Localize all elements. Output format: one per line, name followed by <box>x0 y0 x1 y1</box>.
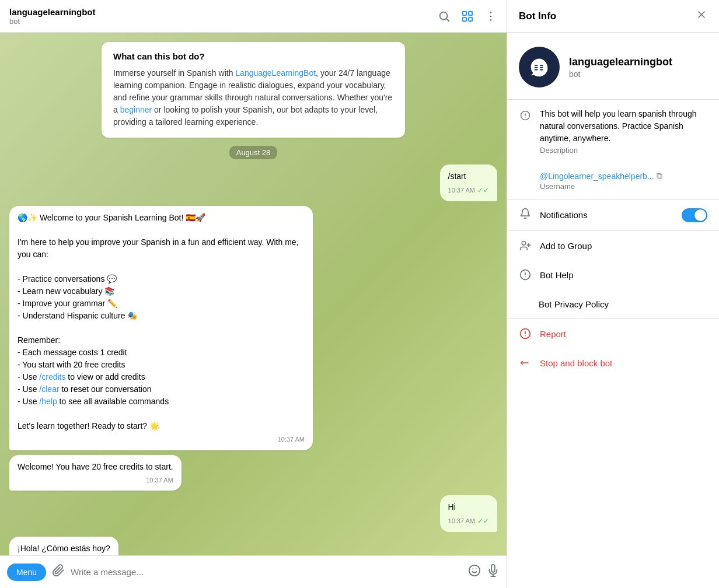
outgoing-bubble: /start 10:37 AM ✓✓ <box>440 164 497 201</box>
bot-profile: languagelearningbot bot <box>507 33 719 100</box>
help-link[interactable]: /help <box>39 397 57 406</box>
svg-rect-4 <box>463 17 466 20</box>
svg-point-9 <box>469 565 480 576</box>
actions-section: Add to Group Bot Help Bot Privacy Policy <box>507 231 719 319</box>
bell-icon <box>519 208 532 222</box>
chat-header-info: languagelearningbot bot <box>9 7 96 26</box>
message-row: 🌎✨ Welcome to your Spanish Learning Bot!… <box>9 206 497 450</box>
layout-icon[interactable] <box>461 10 474 23</box>
privacy-icon-placeholder <box>519 298 530 310</box>
message-text: 🌎✨ Welcome to your Spanish Learning Bot!… <box>18 212 305 432</box>
info-panel-header: Bot Info <box>507 0 719 33</box>
menu-button[interactable]: Menu <box>7 564 46 581</box>
chat-subtitle: bot <box>9 17 96 26</box>
chat-messages-area: What can this bot do? Immerse yourself i… <box>0 33 507 555</box>
bot-help-row[interactable]: Bot Help <box>507 260 719 289</box>
report-label: Report <box>540 329 566 339</box>
svg-point-8 <box>490 19 492 21</box>
intro-card-title: What can this bot do? <box>113 51 393 61</box>
info-description-section: This bot will help you learn spanish thr… <box>507 100 719 200</box>
message-row: ¡Hola! ¿Cómo estás hoy? 10:37 AM <box>9 537 497 555</box>
svg-point-6 <box>490 12 492 13</box>
chat-input-area: Menu <box>0 555 507 588</box>
message-time: 10:37 AM <box>448 516 475 526</box>
bot-help-icon <box>519 268 532 281</box>
message-time: 10:37 AM <box>278 435 305 444</box>
intro-card-text: Immerse yourself in Spanish with Languag… <box>113 67 393 128</box>
svg-line-1 <box>446 19 449 21</box>
username-content: @Lingolearner_speakhelperb... ⧉ Username <box>540 171 707 191</box>
bot-avatar <box>519 47 560 88</box>
message-text: Welcome! You have 20 free credits to sta… <box>18 462 173 471</box>
read-receipt-icon: ✓✓ <box>477 185 489 195</box>
info-panel-title: Bot Info <box>519 10 556 22</box>
read-receipt-icon: ✓✓ <box>477 516 489 526</box>
stop-block-label: Stop and block bot <box>540 358 612 368</box>
bot-intro-card: What can this bot do? Immerse yourself i… <box>102 42 405 138</box>
report-icon <box>519 327 532 340</box>
svg-rect-3 <box>469 11 472 15</box>
message-input[interactable] <box>71 567 462 577</box>
report-row[interactable]: Report <box>507 319 719 348</box>
message-row: Welcome! You have 20 free credits to sta… <box>9 455 497 491</box>
chat-header: languagelearningbot bot <box>0 0 507 33</box>
notifications-row: Notifications <box>507 200 719 230</box>
message-row: /start 10:37 AM ✓✓ <box>9 164 497 201</box>
message-time: 10:37 AM <box>448 186 475 195</box>
mic-icon[interactable] <box>487 564 500 580</box>
bot-privacy-row[interactable]: Bot Privacy Policy <box>507 289 719 318</box>
block-bot-row[interactable]: Stop and block bot <box>507 348 719 377</box>
message-row: Hi 10:37 AM ✓✓ <box>9 495 497 532</box>
chat-title: languagelearningbot <box>9 7 96 17</box>
intro-link-beginner[interactable]: beginner <box>120 105 152 114</box>
search-icon[interactable] <box>438 10 451 23</box>
username-link[interactable]: @Lingolearner_speakhelperb... <box>540 172 654 181</box>
intro-link[interactable]: LanguageLearningBot <box>235 68 316 78</box>
description-text: This bot will help you learn spanish thr… <box>540 108 707 145</box>
copy-username-icon[interactable]: ⧉ <box>657 171 662 181</box>
more-options-icon[interactable] <box>484 10 497 23</box>
bot-help-label: Bot Help <box>540 270 574 280</box>
date-separator: August 28 <box>9 147 497 158</box>
chat-panel: languagelearningbot bot <box>0 0 507 588</box>
description-label: Description <box>540 146 707 155</box>
svg-point-0 <box>440 12 448 19</box>
notifications-section: Notifications <box>507 200 719 231</box>
description-row: This bot will help you learn spanish thr… <box>507 100 719 163</box>
bot-profile-info: languagelearningbot bot <box>569 56 672 79</box>
username-row: @Lingolearner_speakhelperb... ⧉ Username <box>507 163 719 199</box>
svg-point-7 <box>490 15 492 17</box>
credits-link[interactable]: /credits <box>39 372 65 382</box>
incoming-bubble: 🌎✨ Welcome to your Spanish Learning Bot!… <box>9 206 313 450</box>
description-content: This bot will help you learn spanish thr… <box>540 108 707 155</box>
info-icon <box>519 109 532 122</box>
attach-icon[interactable] <box>52 564 65 580</box>
bot-privacy-label: Bot Privacy Policy <box>539 299 609 309</box>
notifications-toggle[interactable] <box>682 208 707 222</box>
bot-display-name: languagelearningbot <box>569 56 672 68</box>
svg-rect-5 <box>469 17 472 20</box>
message-text: ¡Hola! ¿Cómo estás hoy? <box>18 544 110 553</box>
bot-info-panel: Bot Info languagelearningbot bot <box>507 0 719 588</box>
message-time: 10:37 AM <box>146 475 173 485</box>
username-label: Username <box>540 182 707 191</box>
incoming-bubble: ¡Hola! ¿Cómo estás hoy? 10:37 AM <box>9 537 118 555</box>
username-icon-placeholder <box>519 172 532 185</box>
message-text: /start <box>448 172 466 181</box>
incoming-bubble: Welcome! You have 20 free credits to sta… <box>9 455 182 491</box>
outgoing-bubble: Hi 10:37 AM ✓✓ <box>440 495 497 532</box>
svg-rect-2 <box>463 11 466 15</box>
add-to-group-row[interactable]: Add to Group <box>507 231 719 260</box>
close-icon[interactable] <box>696 9 707 23</box>
bot-avatar-icon <box>529 57 550 78</box>
clear-link[interactable]: /clear <box>39 384 59 394</box>
bot-type-label: bot <box>569 69 672 79</box>
chat-header-actions <box>438 10 497 23</box>
add-group-icon <box>519 239 532 252</box>
notifications-label: Notifications <box>540 210 673 220</box>
emoji-icon[interactable] <box>468 564 481 580</box>
svg-point-19 <box>522 242 526 246</box>
add-to-group-label: Add to Group <box>540 241 592 251</box>
block-icon <box>519 356 532 369</box>
message-text: Hi <box>448 502 456 512</box>
